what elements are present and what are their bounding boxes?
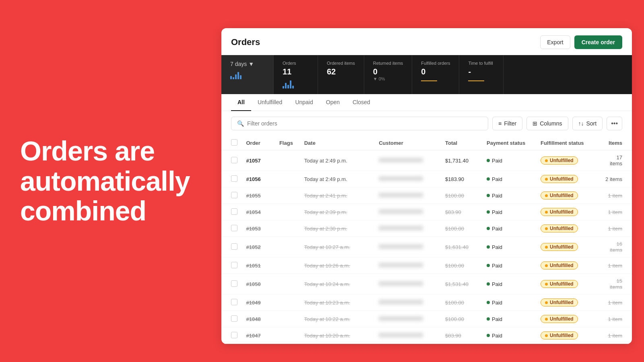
fulfillment-badge: Unfulfilled — [541, 224, 578, 232]
stat-fulfilled: Fulfilled orders 0 — [412, 55, 459, 94]
row-fulfillment: Unfulfilled — [537, 187, 599, 204]
payment-label: Paid — [492, 226, 502, 232]
row-select-checkbox[interactable] — [231, 225, 237, 231]
table-row[interactable]: #1054 Today at 2:39 p.m. $83.90 Paid Unf… — [221, 204, 632, 220]
table-row[interactable]: #1048 Today at 10:22 a.m. $100.00 Paid U… — [221, 311, 632, 327]
row-select-checkbox[interactable] — [231, 157, 237, 163]
table-row[interactable]: #1052 Today at 10:27 a.m. $1,631.40 Paid… — [221, 237, 632, 257]
tab-open[interactable]: Open — [320, 94, 346, 111]
filter-label: Filter — [504, 120, 516, 127]
row-select-checkbox[interactable] — [231, 299, 237, 305]
row-payment: Paid — [483, 220, 537, 237]
table-row[interactable]: #1056 Today at 2:49 p.m. $183.90 Paid Un… — [221, 171, 632, 187]
row-checkbox[interactable] — [221, 220, 242, 237]
row-total: $1,731.40 — [441, 150, 483, 171]
fulfillment-label: Unfulfilled — [550, 316, 574, 322]
chart-bar — [237, 72, 239, 79]
row-checkbox[interactable] — [221, 237, 242, 257]
fulfillment-label: Unfulfilled — [550, 209, 574, 215]
row-select-checkbox[interactable] — [231, 315, 237, 322]
row-fulfillment: Unfulfilled — [537, 257, 599, 274]
tab-all[interactable]: All — [231, 94, 251, 111]
row-checkbox[interactable] — [221, 150, 242, 171]
fulfillment-dot — [545, 318, 548, 321]
row-order: #1047 — [242, 327, 275, 344]
search-input[interactable] — [247, 120, 482, 127]
row-date: Today at 2:41 p.m. — [300, 187, 375, 204]
row-items: 17 items — [599, 150, 632, 171]
paid-dot — [487, 301, 490, 304]
table-row[interactable]: #1057 Today at 2:49 p.m. $1,731.40 Paid … — [221, 150, 632, 171]
tab-unfulfilled[interactable]: Unfulfilled — [251, 94, 289, 111]
fulfillment-label: Unfulfilled — [550, 176, 574, 182]
chart-bar — [285, 83, 287, 88]
more-button[interactable]: ••• — [607, 117, 622, 130]
stats-bar: 7 days ▼ Orders 11 — [221, 55, 632, 94]
chart-bar — [240, 75, 242, 79]
row-checkbox[interactable] — [221, 294, 242, 311]
payment-label: Paid — [492, 300, 502, 306]
row-order: #1049 — [242, 294, 275, 311]
row-checkbox[interactable] — [221, 171, 242, 187]
row-flags — [275, 171, 300, 187]
table-row[interactable]: #1053 Today at 2:30 p.m. $100.00 Paid Un… — [221, 220, 632, 237]
columns-button[interactable]: ⊞ Columns — [526, 117, 568, 130]
row-items: 2 items — [599, 171, 632, 187]
create-order-button[interactable]: Create order — [574, 35, 622, 49]
row-flags — [275, 204, 300, 220]
customer-name-blurred — [379, 176, 423, 181]
paid-dot — [487, 159, 490, 162]
row-select-checkbox[interactable] — [231, 280, 237, 287]
period-selector[interactable]: 7 days ▼ — [230, 61, 264, 67]
filter-icon: ≡ — [498, 120, 502, 127]
row-select-checkbox[interactable] — [231, 175, 237, 182]
row-customer — [375, 294, 441, 311]
row-select-checkbox[interactable] — [231, 208, 237, 215]
table-body: #1057 Today at 2:49 p.m. $1,731.40 Paid … — [221, 150, 632, 344]
row-checkbox[interactable] — [221, 327, 242, 344]
row-total: $100.00 — [441, 257, 483, 274]
payment-label: Paid — [492, 209, 502, 215]
table-row[interactable]: #1049 Today at 10:23 a.m. $100.00 Paid U… — [221, 294, 632, 311]
row-checkbox[interactable] — [221, 257, 242, 274]
sort-icon: ↑↓ — [578, 120, 584, 127]
row-checkbox[interactable] — [221, 311, 242, 327]
col-header-customer: Customer — [375, 136, 441, 150]
tab-unpaid[interactable]: Unpaid — [289, 94, 319, 111]
payment-label: Paid — [492, 316, 502, 322]
stat-period[interactable]: 7 days ▼ — [221, 55, 274, 94]
row-select-checkbox[interactable] — [231, 243, 237, 250]
sort-button[interactable]: ↑↓ Sort — [572, 117, 603, 130]
paid-dot — [487, 227, 490, 230]
table-row[interactable]: #1047 Today at 10:20 a.m. $83.90 Paid Un… — [221, 327, 632, 344]
fulfillment-label: Unfulfilled — [550, 281, 574, 287]
export-button[interactable]: Export — [540, 35, 570, 49]
row-select-checkbox[interactable] — [231, 192, 237, 198]
row-checkbox[interactable] — [221, 187, 242, 204]
row-fulfillment: Unfulfilled — [537, 204, 599, 220]
row-total: $100.00 — [441, 294, 483, 311]
table-row[interactable]: #1051 Today at 10:26 a.m. $100.00 Paid U… — [221, 257, 632, 274]
stat-time: Time to fulfill - — [459, 55, 504, 94]
select-all-checkbox[interactable] — [231, 139, 237, 146]
table-row[interactable]: #1055 Today at 2:41 p.m. $100.00 Paid Un… — [221, 187, 632, 204]
row-customer — [375, 150, 441, 171]
row-items: 16 items — [599, 237, 632, 257]
col-header-fulfillment: Fulfillment status — [537, 136, 599, 150]
fulfilled-mini-line — [421, 80, 437, 81]
row-checkbox[interactable] — [221, 204, 242, 220]
tab-closed[interactable]: Closed — [346, 94, 377, 111]
row-flags — [275, 187, 300, 204]
filter-button[interactable]: ≡ Filter — [492, 117, 522, 130]
stat-label-time: Time to fulfill — [468, 61, 494, 66]
row-select-checkbox[interactable] — [231, 332, 237, 338]
customer-name-blurred — [379, 193, 423, 197]
fulfillment-badge: Unfulfilled — [541, 156, 578, 165]
row-checkbox[interactable] — [221, 274, 242, 294]
col-header-order: Order — [242, 136, 275, 150]
orders-mini-chart — [283, 79, 309, 88]
fulfillment-badge: Unfulfilled — [541, 261, 578, 269]
fulfillment-badge: Unfulfilled — [541, 208, 578, 216]
row-select-checkbox[interactable] — [231, 262, 237, 268]
table-row[interactable]: #1050 Today at 10:24 a.m. $1,531.40 Paid… — [221, 274, 632, 294]
